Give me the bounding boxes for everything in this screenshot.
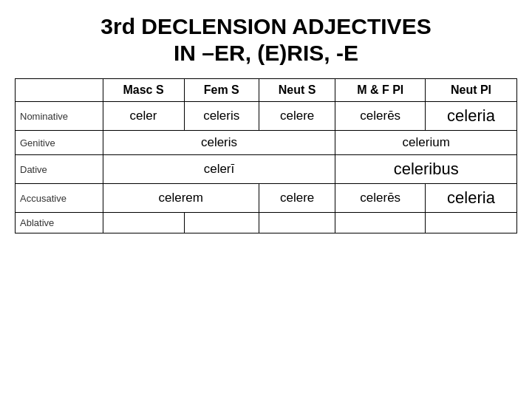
nominative-fem-s: celeris [184, 102, 259, 131]
nominative-neut-pl: celeria [425, 102, 516, 131]
accusative-mf-pl: celerēs [335, 184, 426, 213]
label-genitive: Genitive [16, 131, 103, 155]
table-row: Dative celerī celeribus [16, 155, 517, 184]
ablative-neut-pl [425, 213, 516, 233]
label-accusative: Accusative [16, 184, 103, 213]
nominative-masc-s: celer [103, 102, 184, 131]
label-nominative: Nominative [16, 102, 103, 131]
nominative-neut-s: celere [259, 102, 335, 131]
label-dative: Dative [16, 155, 103, 184]
accusative-neut-s: celere [259, 184, 335, 213]
header-neut-s: Neut S [259, 79, 335, 102]
header-neut-pl: Neut Pl [425, 79, 516, 102]
ablative-fem-s [184, 213, 259, 233]
ablative-masc-s [103, 213, 184, 233]
genitive-sg: celeris [103, 131, 335, 155]
accusative-masc-fem: celerem [103, 184, 259, 213]
table-row: Accusative celerem celere celerēs celeri… [16, 184, 517, 213]
table-row: Ablative [16, 213, 517, 233]
genitive-pl: celerium [335, 131, 517, 155]
table-row: Nominative celer celeris celere celerēs … [16, 102, 517, 131]
dative-sg: celerī [103, 155, 335, 184]
label-ablative: Ablative [16, 213, 103, 233]
page-title: 3rd DECLENSION ADJECTIVES IN –ER, (E)RIS… [100, 13, 431, 66]
table-row: Genitive celeris celerium [16, 131, 517, 155]
ablative-mf-pl [335, 213, 426, 233]
nominative-mf-pl: celerēs [335, 102, 426, 131]
declension-table: Masc S Fem S Neut S M & F Pl Neut Pl Nom… [15, 78, 517, 233]
header-empty [16, 79, 103, 102]
header-mf-pl: M & F Pl [335, 79, 426, 102]
dative-pl: celeribus [335, 155, 517, 184]
header-masc-s: Masc S [103, 79, 184, 102]
header-fem-s: Fem S [184, 79, 259, 102]
ablative-neut-s [259, 213, 335, 233]
accusative-neut-pl: celeria [425, 184, 516, 213]
